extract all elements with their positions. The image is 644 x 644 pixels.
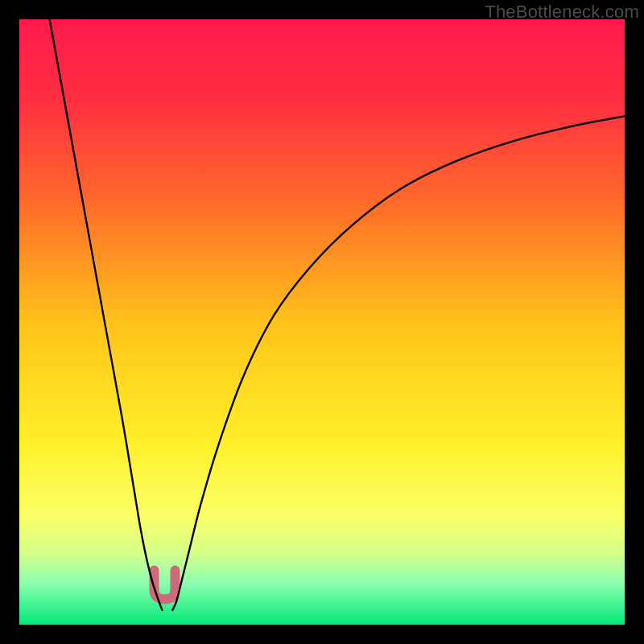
chart-frame xyxy=(19,19,625,625)
bottleneck-chart xyxy=(19,19,625,625)
watermark-text: TheBottleneck.com xyxy=(485,2,639,23)
gradient-background xyxy=(19,19,625,625)
